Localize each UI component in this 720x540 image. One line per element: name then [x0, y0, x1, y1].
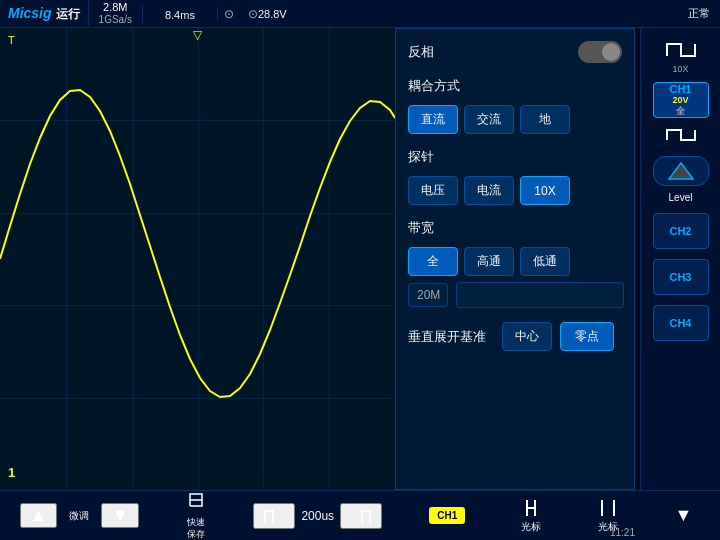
more-icon: ▼ — [675, 505, 693, 526]
bandwidth-value: 20M — [408, 283, 448, 307]
vertical-row: 垂直展开基准 中心 零点 — [408, 322, 622, 351]
invert-label: 反相 — [408, 43, 463, 61]
time-div: 8.4ms — [155, 9, 205, 21]
ch2-text: CH2 — [669, 225, 691, 237]
wave-left-btn[interactable] — [253, 503, 295, 529]
ch1-button[interactable]: CH1 20V 全 — [653, 82, 709, 118]
wave-icon-square — [653, 36, 709, 64]
probe-10x-btn[interactable]: 10X — [520, 176, 570, 205]
probe-voltage-btn[interactable]: 电压 — [408, 176, 458, 205]
coupling-btn-group: 直流 交流 地 — [408, 105, 622, 134]
square-wave-svg — [663, 40, 699, 60]
sample-rate: 2.8M 1GSa/s — [88, 1, 142, 26]
wave-right-svg — [350, 505, 372, 527]
ch3-button[interactable]: CH3 — [653, 259, 709, 295]
down-btn[interactable]: ▼ — [101, 503, 139, 528]
waveform-svg — [0, 28, 395, 490]
logo: Micsig运行 — [0, 5, 88, 23]
up-icon: ▲ — [30, 505, 48, 526]
wave-10x-label: 10X — [672, 64, 688, 74]
cursor1-btn[interactable]: 光标 — [512, 498, 550, 534]
level-icon-svg — [663, 161, 699, 181]
invert-toggle[interactable] — [578, 41, 622, 63]
bw-full-btn[interactable]: 全 — [408, 247, 458, 276]
waveform-area: T ▽ 1 — [0, 28, 395, 490]
ch4-text: CH4 — [669, 317, 691, 329]
coupling-label: 耦合方式 — [408, 77, 622, 95]
run-status: 运行 — [56, 7, 80, 21]
voltage-display: 28.8V — [238, 7, 297, 21]
trigger-marker: ▽ — [193, 28, 202, 42]
down-icon: ▼ — [111, 505, 129, 526]
top-bar: Micsig运行 2.8M 1GSa/s 8.4ms ⊙ 28.8V 正常 — [0, 0, 720, 28]
probe-label: 探针 — [408, 148, 622, 166]
ch3-text: CH3 — [669, 271, 691, 283]
toggle-knob — [602, 43, 620, 61]
save-icon — [186, 490, 206, 515]
ch1-badge-btn[interactable]: CH1 — [421, 507, 473, 524]
ch1-label: 1 — [8, 465, 15, 480]
ch1-text: CH1 — [669, 83, 691, 95]
wave-icon-small — [663, 126, 699, 148]
fine-adj-label: 微调 — [69, 509, 89, 523]
ch1-extra: 全 — [676, 105, 685, 118]
time-control-group: 200us — [253, 503, 382, 529]
time-marker: T — [8, 34, 15, 46]
level-label: Level — [669, 192, 693, 203]
center-btn[interactable]: 中心 — [502, 322, 552, 351]
bw-lowpass-btn[interactable]: 低通 — [520, 247, 570, 276]
wave-right-btn[interactable] — [340, 503, 382, 529]
probe-btn-group: 电压 电流 10X — [408, 176, 622, 205]
ch1-badge: CH1 — [429, 507, 465, 524]
status-normal: 正常 — [688, 6, 720, 21]
clock-display: 11:21 — [610, 527, 635, 538]
sample-val: 2.8M — [103, 1, 127, 14]
bandwidth-input-row: 20M — [408, 282, 622, 308]
invert-row: 反相 — [408, 41, 622, 63]
level-button[interactable] — [653, 156, 709, 186]
ch2-button[interactable]: CH2 — [653, 213, 709, 249]
ch1-voltage: 20V — [672, 95, 688, 105]
coupling-dc-btn[interactable]: 直流 — [408, 105, 458, 134]
bw-highpass-btn[interactable]: 高通 — [464, 247, 514, 276]
settings-panel: 反相 耦合方式 直流 交流 地 探针 电压 电流 10X 带宽 全 高通 低通 … — [395, 28, 635, 490]
time-value: 200us — [301, 509, 334, 523]
cursor1-svg — [520, 498, 542, 518]
up-btn[interactable]: ▲ — [20, 503, 58, 528]
vertical-label: 垂直展开基准 — [408, 328, 486, 346]
bandwidth-label: 带宽 — [408, 219, 622, 237]
more-btn[interactable]: ▼ — [667, 505, 701, 526]
bandwidth-input-field[interactable] — [456, 282, 624, 308]
cursor2-svg — [597, 498, 619, 518]
bandwidth-section: 带宽 全 高通 低通 20M — [408, 219, 622, 308]
coupling-section: 耦合方式 直流 交流 地 — [408, 77, 622, 134]
ch4-button[interactable]: CH4 — [653, 305, 709, 341]
wave-icon-svg — [663, 126, 699, 144]
save-svg — [186, 490, 206, 510]
probe-section: 探针 电压 电流 10X — [408, 148, 622, 205]
svg-marker-0 — [669, 163, 693, 179]
wave-left-svg — [263, 505, 285, 527]
save-label: 快速保存 — [187, 517, 205, 540]
coupling-ac-btn[interactable]: 交流 — [464, 105, 514, 134]
sample-unit: 1GSa/s — [99, 14, 132, 26]
quick-save-btn[interactable]: 快速保存 — [178, 490, 214, 540]
zero-btn[interactable]: 零点 — [560, 322, 614, 351]
bandwidth-btn-group: 全 高通 低通 — [408, 247, 622, 276]
probe-current-btn[interactable]: 电流 — [464, 176, 514, 205]
coupling-gnd-btn[interactable]: 地 — [520, 105, 570, 134]
right-sidebar: 10X CH1 20V 全 Level CH2 CH3 CH4 — [640, 28, 720, 490]
cursor1-label: 光标 — [521, 520, 541, 534]
fine-adj-group: ▲ 微调 ▼ — [20, 503, 140, 528]
fine-adj-btn[interactable]: 微调 — [61, 509, 97, 523]
